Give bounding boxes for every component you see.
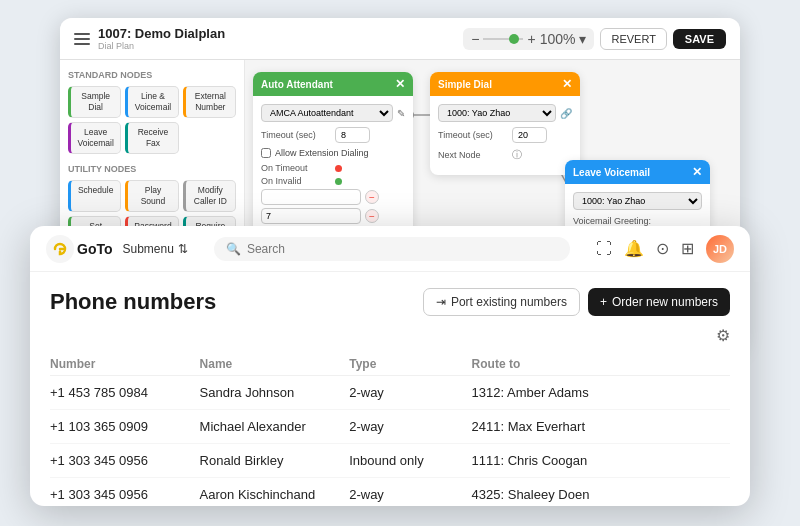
submenu-button[interactable]: Submenu ⇅ [123,242,188,256]
phone-numbers-card: GoTo Submenu ⇅ 🔍 ⛶ 🔔 ⊙ ⊞ JD Phone number… [30,226,750,506]
cell-type: 2-way [349,376,471,410]
aa-num-input-2[interactable] [261,208,361,224]
aa-invalid-dot [335,178,342,185]
standard-nodes-label: Standard Nodes [68,70,236,80]
node-receive-fax[interactable]: Receive Fax [125,122,178,154]
zoom-minus-icon[interactable]: − [471,31,479,47]
save-button[interactable]: SAVE [673,29,726,49]
phone-content: Phone numbers ⇥ Port existing numbers + … [30,272,750,506]
sd-info-icon: ⓘ [512,148,522,162]
aa-num-row-1: − [261,189,405,205]
aa-remove-btn-1[interactable]: − [365,190,379,204]
sd-timeout-row: Timeout (sec) [438,127,572,143]
leave-voicemail-close[interactable]: ✕ [692,165,702,179]
col-name: Name [200,353,350,376]
node-leave-voicemail[interactable]: Leave Voicemail [68,122,121,154]
cell-route: 1111: Chris Coogan [472,444,730,478]
leave-voicemail-header: Leave Voicemail ✕ [565,160,710,184]
table-row[interactable]: +1 453 785 0984 Sandra Johnson 2-way 131… [50,376,730,410]
aa-remove-btn-2[interactable]: − [365,209,379,223]
table-row[interactable]: +1 103 365 0909 Michael Alexander 2-way … [50,410,730,444]
page-title: Phone numbers [50,289,216,315]
dialplan-title: 1007: Demo Dialplan [98,26,455,41]
order-label: Order new numbers [612,295,718,309]
sd-dropdown-row: 1000: Yao Zhao 🔗 [438,104,572,122]
revert-button[interactable]: REVERT [600,28,666,50]
cell-number: +1 303 345 0956 [50,478,200,507]
filter-row: ⚙ [50,326,730,345]
node-play-sound[interactable]: Play Sound [125,180,178,212]
cell-number: +1 453 785 0984 [50,376,200,410]
aa-edit-icon[interactable]: ✎ [397,108,405,119]
cell-name: Ronald Birkley [200,444,350,478]
simple-dial-close[interactable]: ✕ [562,77,572,91]
auto-attendant-title: Auto Attendant [261,79,333,90]
aa-attendant-select[interactable]: AMCA Autoattendant [261,104,393,122]
cell-type: Inbound only [349,444,471,478]
cell-type: 2-way [349,410,471,444]
goto-logo: GoTo [46,235,113,263]
node-modify-caller[interactable]: Modify Caller ID [183,180,236,212]
menu-icon[interactable] [74,33,90,45]
order-new-button[interactable]: + Order new numbers [588,288,730,316]
simple-dial-header: Simple Dial ✕ [430,72,580,96]
nav-icons: ⛶ 🔔 ⊙ ⊞ JD [596,235,734,263]
cell-route: 2411: Max Everhart [472,410,730,444]
phone-table: Number Name Type Route to +1 453 785 098… [50,353,730,506]
aa-on-invalid-label: On Invalid [261,176,331,186]
lv-user-select[interactable]: 1000: Yao Zhao [573,192,702,210]
help-icon[interactable]: ⊙ [656,239,669,258]
dialplan-controls: − + 100% ▾ REVERT SAVE [463,28,726,50]
sd-timeout-input[interactable] [512,127,547,143]
aa-num-input-1[interactable] [261,189,361,205]
lv-dropdown-row: 1000: Yao Zhao [573,192,702,210]
table-row[interactable]: +1 303 345 0956 Aaron Kischinchand 2-way… [50,478,730,507]
zoom-chevron-icon: ▾ [579,31,586,47]
user-avatar[interactable]: JD [706,235,734,263]
search-input[interactable] [247,242,558,256]
cell-type: 2-way [349,478,471,507]
sd-next-node-label: Next Node [438,150,508,160]
phone-actions: ⇥ Port existing numbers + Order new numb… [423,288,730,316]
lv-greeting-label: Voicemail Greeting: [573,216,702,226]
node-schedule[interactable]: Schedule [68,180,121,212]
col-type: Type [349,353,471,376]
sd-user-select[interactable]: 1000: Yao Zhao [438,104,556,122]
submenu-chevron-icon: ⇅ [178,242,188,256]
node-external-number[interactable]: External Number [183,86,236,118]
zoom-percentage: 100% [540,31,576,47]
col-route: Route to [472,353,730,376]
sd-link-icon[interactable]: 🔗 [560,108,572,119]
aa-on-timeout-label: On Timeout [261,163,331,173]
goto-text: GoTo [77,241,113,257]
dialplan-header: 1007: Demo Dialplan Dial Plan − + 100% ▾… [60,18,740,60]
auto-attendant-close[interactable]: ✕ [395,77,405,91]
aa-allow-ext-checkbox[interactable] [261,148,271,158]
port-existing-button[interactable]: ⇥ Port existing numbers [423,288,580,316]
aa-timeout-dot [335,165,342,172]
col-number: Number [50,353,200,376]
zoom-plus-icon[interactable]: + [527,31,535,47]
cell-route: 4325: Shaleey Doen [472,478,730,507]
aa-timeout-row: Timeout (sec) [261,127,405,143]
zoom-control[interactable]: − + 100% ▾ [463,28,594,50]
standard-nodes-grid: Sample Dial Line & Voicemail External Nu… [68,86,236,154]
bell-icon[interactable]: 🔔 [624,239,644,258]
node-sample-dial[interactable]: Sample Dial [68,86,121,118]
grid-icon[interactable]: ⊞ [681,239,694,258]
utility-nodes-label: Utility Nodes [68,164,236,174]
node-line-voicemail[interactable]: Line & Voicemail [125,86,178,118]
cell-name: Aaron Kischinchand [200,478,350,507]
aa-timeout-input[interactable] [335,127,370,143]
cell-name: Michael Alexander [200,410,350,444]
dialplan-title-group: 1007: Demo Dialplan Dial Plan [98,26,455,51]
auto-attendant-body: AMCA Autoattendant ✎ Timeout (sec) Allow… [253,96,413,246]
table-body: +1 453 785 0984 Sandra Johnson 2-way 131… [50,376,730,507]
zoom-slider [483,38,523,40]
aa-num-row-2: − [261,208,405,224]
aa-on-timeout-row: On Timeout [261,163,405,173]
expand-icon[interactable]: ⛶ [596,240,612,258]
filter-icon[interactable]: ⚙ [716,326,730,345]
table-row[interactable]: +1 303 345 0956 Ronald Birkley Inbound o… [50,444,730,478]
auto-attendant-header: Auto Attendant ✕ [253,72,413,96]
